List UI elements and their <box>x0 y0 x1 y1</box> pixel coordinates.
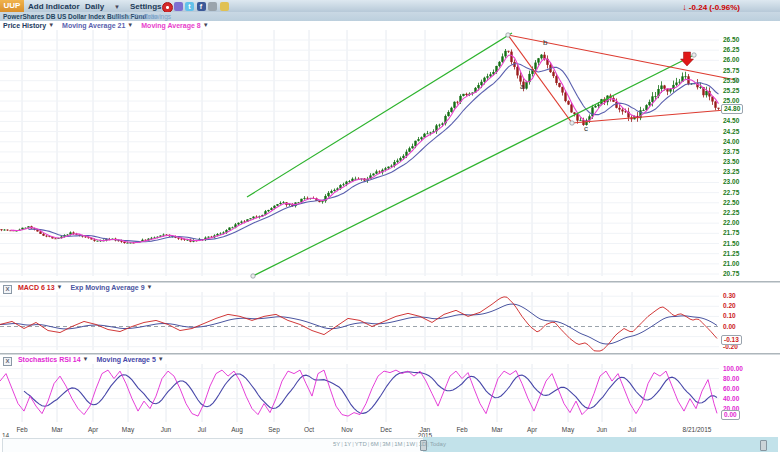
range-selector: 5Y|1Y|YTD|6M|3M|1M|1W|1D|Today <box>333 441 446 447</box>
month-label: Sep <box>268 426 280 433</box>
month-label: Jan <box>420 426 430 433</box>
price-axis-tick: 25.50 <box>723 77 739 84</box>
chevron-down-icon[interactable]: ▼ <box>114 3 120 12</box>
last-price-box: 24.80 <box>721 104 743 114</box>
close-macd-icon[interactable]: X <box>3 285 12 294</box>
indicator-label-moving-average-21[interactable]: Moving Average 21 ▼ <box>62 22 133 29</box>
pane-separator[interactable] <box>0 281 780 283</box>
macd-indicator-label[interactable]: MACD 6 13 ▼ <box>18 284 62 291</box>
price-axis-tick: 21.75 <box>723 229 739 236</box>
close-stoch-icon[interactable]: X <box>3 357 12 366</box>
widgets-icon[interactable] <box>174 2 183 11</box>
range-separator: | <box>427 441 429 447</box>
month-label: Apr <box>88 426 98 433</box>
navigator-right-handle[interactable] <box>760 440 767 451</box>
svg-text:c: c <box>584 124 588 133</box>
symbol-subheader: PowerShares DB US Dollar Index Bullish F… <box>0 12 780 21</box>
month-label: Aug <box>231 426 243 433</box>
last-date-label: 8/21/2015 <box>683 426 712 433</box>
range-link-6m[interactable]: 6M <box>370 441 378 447</box>
range-separator: | <box>404 441 406 447</box>
price-axis-tick: 23.50 <box>723 158 739 165</box>
price-axis-tick: 26.25 <box>723 46 739 53</box>
month-label: May <box>122 426 134 433</box>
add-indicator-button[interactable]: Add Indicator <box>28 2 80 11</box>
month-label: Jul <box>198 426 206 433</box>
svg-text:a: a <box>520 82 525 91</box>
range-link-ytd[interactable]: YTD <box>355 441 367 447</box>
month-label: Oct <box>304 426 314 433</box>
month-label: Nov <box>341 426 353 433</box>
month-label: May <box>562 426 574 433</box>
stoch-axis-tick: 80.00 <box>723 375 739 382</box>
price-axis-tick: 22.00 <box>723 219 739 226</box>
top-toolbar: UUP Add Indicator Daily ▼ Settings tf ↓ … <box>0 0 780 12</box>
range-link-1d[interactable]: 1D <box>419 441 427 447</box>
stoch-pane-header: X Stochastics RSI 14 ▼ Moving Average 5 … <box>3 356 164 366</box>
stoch-overlay-label[interactable]: Moving Average 5 ▼ <box>96 356 163 363</box>
price-axis-tick: 21.50 <box>723 240 739 247</box>
price-axis-tick: 23.75 <box>723 148 739 155</box>
charting-app-window: { "toolbar": { "symbol": "UUP", "add_ind… <box>0 0 780 452</box>
price-axis-tick: 21.00 <box>723 260 739 267</box>
camera-icon[interactable] <box>208 2 217 11</box>
range-link-5y[interactable]: 5Y <box>333 441 340 447</box>
price-axis-tick: 21.25 <box>723 250 739 257</box>
range-link-1w[interactable]: 1W <box>406 441 415 447</box>
price-change: ↓ -0.24 (-0.96%) <box>682 2 740 12</box>
range-link-1m[interactable]: 1M <box>394 441 402 447</box>
price-axis-tick: 24.50 <box>723 117 739 124</box>
macd-axis-tick: 0.30 <box>723 292 736 299</box>
symbol-tab[interactable]: UUP <box>0 0 24 12</box>
macd-overlay-label[interactable]: Exp Moving Average 9 ▼ <box>70 284 152 291</box>
month-label: Dec <box>380 426 392 433</box>
stoch-indicator-label[interactable]: Stochastics RSI 14 ▼ <box>18 356 89 363</box>
stoch-value-box: 0.00 <box>721 410 740 420</box>
period-select[interactable]: Daily <box>85 2 104 11</box>
navigator-selected-region[interactable] <box>423 437 778 452</box>
range-link-3m[interactable]: 3M <box>382 441 390 447</box>
price-axis-tick: 26.00 <box>723 56 739 63</box>
twitter-icon[interactable]: t <box>185 2 194 11</box>
indicator-label-moving-average-8[interactable]: Moving Average 8 ▼ <box>141 22 208 29</box>
range-link-today[interactable]: Today <box>430 441 446 447</box>
price-pane-header: Price History ▼Moving Average 21 ▼Moving… <box>3 22 217 29</box>
stoch-axis-tick: 40.00 <box>723 395 739 402</box>
month-label: Mar <box>51 426 62 433</box>
month-label: Apr <box>527 426 537 433</box>
macd-axis-tick: 0.10 <box>723 312 736 319</box>
range-link-1y[interactable]: 1Y <box>344 441 351 447</box>
range-separator: | <box>416 441 418 447</box>
month-label: Jun <box>597 426 607 433</box>
facebook-icon[interactable]: f <box>197 2 206 11</box>
chevron-down-icon[interactable]: ▼ <box>127 22 133 28</box>
price-axis-tick: 25.75 <box>723 67 739 74</box>
price-axis-tick: 20.75 <box>723 270 739 277</box>
month-label: Mar <box>491 426 502 433</box>
price-axis-tick: 22.75 <box>723 189 739 196</box>
drawings-link[interactable]: Drawings <box>144 13 171 20</box>
range-separator: | <box>341 441 343 447</box>
price-axis-tick: 26.50 <box>723 36 739 43</box>
indicator-label-price-history[interactable]: Price History ▼ <box>3 22 54 29</box>
chart-canvas[interactable]: abc <box>0 0 780 452</box>
price-axis-tick: 23.25 <box>723 168 739 175</box>
month-label: Feb <box>16 426 27 433</box>
chevron-down-icon[interactable]: ▼ <box>48 22 54 28</box>
notes-icon[interactable] <box>220 2 229 11</box>
price-axis-tick: 25.25 <box>723 87 739 94</box>
chevron-down-icon[interactable]: ▼ <box>203 22 209 28</box>
price-axis-tick: 22.50 <box>723 199 739 206</box>
range-separator: | <box>392 441 394 447</box>
price-axis-tick: 23.00 <box>723 178 739 185</box>
month-label: Feb <box>456 426 467 433</box>
settings-button[interactable]: Settings <box>130 2 162 11</box>
price-axis-tick: 24.00 <box>723 138 739 145</box>
macd-axis-tick: 0.00 <box>723 323 736 330</box>
pane-separator[interactable] <box>0 353 780 355</box>
svg-text:b: b <box>543 38 548 47</box>
month-label: Jun <box>161 426 171 433</box>
down-arrow-icon: ↓ <box>682 2 687 12</box>
stoch-axis-tick: 60.00 <box>723 385 739 392</box>
macd-pane-header: X MACD 6 13 ▼ Exp Moving Average 9 ▼ <box>3 284 152 294</box>
